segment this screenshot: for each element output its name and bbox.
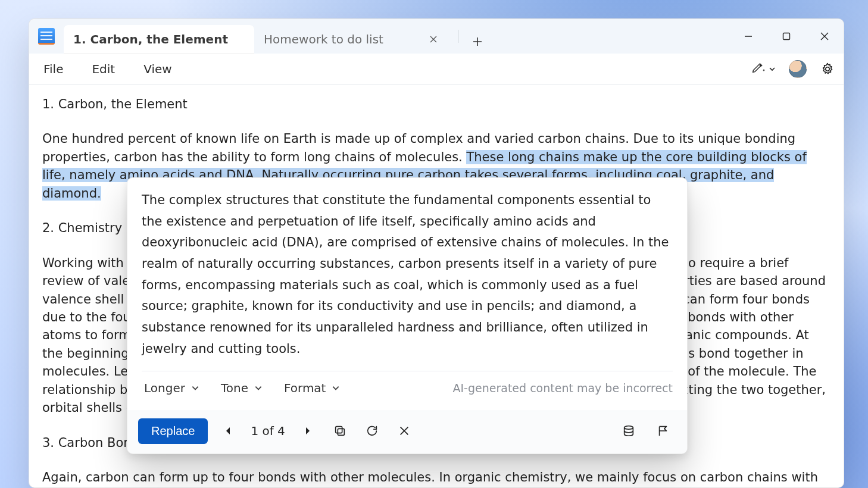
app-icon-wrap — [29, 19, 64, 54]
ai-popup-body: The complex structures that constitute t… — [127, 178, 687, 411]
doc-para-3: Again, carbon can form up to four bonds … — [42, 468, 830, 487]
ai-suggestion-text: The complex structures that constitute t… — [142, 190, 673, 360]
svg-rect-2 — [338, 428, 344, 435]
ai-rewrite-button[interactable] — [750, 59, 778, 79]
tab-active[interactable]: 1. Carbon, the Element — [64, 25, 254, 54]
menu-view[interactable]: View — [138, 58, 177, 80]
ai-option-tone-label: Tone — [221, 381, 248, 395]
notepad-icon — [38, 28, 55, 45]
tab-active-title: 1. Carbon, the Element — [73, 32, 228, 46]
new-tab-button[interactable] — [466, 30, 489, 54]
replace-button[interactable]: Replace — [138, 418, 208, 444]
avatar[interactable] — [789, 60, 807, 78]
ai-disclaimer: AI-generated content may be incorrect — [453, 381, 673, 395]
prev-suggestion-button[interactable] — [216, 419, 240, 443]
menubar: File Edit View — [29, 54, 844, 85]
ai-rewrite-popup: The complex structures that constitute t… — [127, 177, 688, 454]
tab-divider — [458, 30, 458, 43]
window-close-button[interactable] — [805, 19, 844, 54]
ai-separator — [142, 371, 673, 371]
ai-actions-row: Replace 1 of 4 — [127, 411, 687, 453]
next-suggestion-button[interactable] — [296, 419, 320, 443]
minimize-button[interactable] — [729, 19, 767, 54]
svg-point-1 — [826, 67, 829, 70]
copy-button[interactable] — [328, 419, 352, 443]
ai-option-tone[interactable]: Tone — [218, 378, 265, 398]
svg-rect-3 — [336, 427, 342, 433]
regenerate-button[interactable] — [360, 419, 384, 443]
chevron-down-icon — [254, 384, 263, 392]
ai-actions-right — [617, 419, 675, 443]
report-button[interactable] — [651, 419, 675, 443]
history-button[interactable] — [617, 419, 641, 443]
tab-inactive[interactable]: Homework to do list — [254, 25, 451, 54]
window-controls — [729, 19, 844, 54]
menu-file[interactable]: File — [38, 58, 69, 80]
tab-inactive-title: Homework to do list — [264, 32, 383, 46]
tab-strip: 1. Carbon, the Element Homework to do li… — [64, 19, 489, 54]
menubar-right — [750, 59, 838, 79]
svg-point-4 — [625, 426, 633, 430]
chevron-down-icon — [332, 384, 340, 392]
titlebar: 1. Carbon, the Element Homework to do li… — [29, 19, 844, 54]
svg-rect-0 — [783, 33, 790, 40]
ai-option-length-label: Longer — [144, 381, 185, 395]
suggestion-pager: 1 of 4 — [248, 424, 287, 438]
maximize-button[interactable] — [767, 19, 805, 54]
ai-option-format-label: Format — [284, 381, 326, 395]
close-icon[interactable] — [427, 33, 440, 46]
doc-heading-1: 1. Carbon, the Element — [42, 95, 830, 113]
menu-edit[interactable]: Edit — [86, 58, 121, 80]
settings-button[interactable] — [817, 59, 838, 79]
ai-options-row: Longer Tone Format AI-generated content … — [142, 378, 673, 406]
discard-button[interactable] — [392, 419, 416, 443]
ai-option-format[interactable]: Format — [282, 378, 342, 398]
ai-option-length[interactable]: Longer — [142, 378, 202, 398]
chevron-down-icon — [769, 65, 776, 73]
chevron-down-icon — [191, 384, 199, 392]
